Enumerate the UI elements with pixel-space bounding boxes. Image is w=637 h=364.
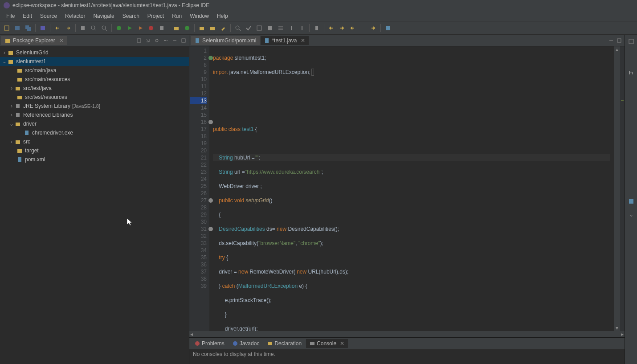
open-task-icon[interactable]	[208, 23, 217, 33]
save-all-icon[interactable]	[23, 23, 33, 33]
separator-icon	[194, 24, 195, 32]
minimize-icon[interactable]	[170, 36, 179, 45]
chevron-down-icon[interactable]: ⌄	[626, 210, 636, 220]
svg-rect-52	[196, 38, 199, 43]
tree-node-seleniumgrid[interactable]: ›SeleniumGrid	[0, 48, 189, 57]
minimize-icon[interactable]	[608, 37, 615, 44]
tree-node-pom-xml[interactable]: pom.xml	[0, 155, 189, 164]
prev-annotation-icon[interactable]	[286, 23, 296, 33]
search-icon[interactable]	[233, 23, 243, 33]
task-list-icon[interactable]	[626, 197, 636, 207]
link-editor-icon[interactable]	[143, 36, 152, 45]
menu-run[interactable]: Run	[168, 12, 185, 20]
svg-rect-28	[315, 26, 318, 30]
run-last-icon[interactable]	[146, 23, 156, 33]
menu-window[interactable]: Window	[186, 12, 212, 20]
svg-rect-26	[291, 26, 292, 30]
maximize-icon[interactable]	[179, 36, 188, 45]
tree-node-src-main-java[interactable]: src/main/java	[0, 66, 189, 75]
menu-refactor[interactable]: Refactor	[61, 12, 89, 20]
tree-node-target[interactable]: target	[0, 146, 189, 155]
scroll-left-icon[interactable]: ◂	[190, 331, 193, 337]
focus-icon[interactable]	[152, 36, 161, 45]
tab-declaration[interactable]: Declaration	[264, 339, 305, 348]
tree-node-src[interactable]: ›src	[0, 137, 189, 146]
horizontal-scrollbar[interactable]: ◂ ▸	[189, 331, 625, 337]
code-editor[interactable]: package sleniumtest1; import java.net.Ma…	[209, 46, 614, 331]
tree-node-ref-libraries[interactable]: ›Referenced Libraries	[0, 110, 189, 119]
package-explorer-tab[interactable]: Package Explorer ✕	[1, 36, 67, 45]
menu-help[interactable]: Help	[213, 12, 232, 20]
menu-file[interactable]: File	[3, 12, 18, 20]
list-icon[interactable]	[276, 23, 286, 33]
tree-node-src-test-resources[interactable]: src/test/resources	[0, 93, 189, 102]
redo-icon[interactable]	[63, 23, 73, 33]
tree-node-chromedriver[interactable]: chromedriver.exe	[0, 128, 189, 137]
save-icon[interactable]	[12, 23, 22, 33]
outline-icon[interactable]	[254, 23, 264, 33]
pin-icon[interactable]	[312, 23, 322, 33]
forward-icon[interactable]	[368, 23, 378, 33]
editor-tab-test1[interactable]: *test1.java ✕	[261, 36, 309, 45]
menu-edit[interactable]: Edit	[19, 12, 36, 20]
new-icon[interactable]	[2, 23, 12, 33]
outline-view-icon[interactable]	[626, 37, 636, 46]
svg-rect-59	[310, 342, 314, 345]
svg-line-20	[239, 29, 241, 31]
menu-search[interactable]: Search	[119, 12, 143, 20]
forward-history-icon[interactable]	[337, 23, 347, 33]
tab-problems[interactable]: Problems	[191, 339, 228, 348]
maximize-icon[interactable]	[616, 37, 623, 44]
paste-icon[interactable]	[265, 23, 275, 33]
marker-icon[interactable]	[218, 23, 228, 33]
back-history-icon[interactable]	[327, 23, 336, 33]
scroll-right-icon[interactable]: ▸	[621, 331, 624, 337]
console-icon	[310, 341, 315, 346]
scroll-down-icon[interactable]: ▾	[614, 325, 620, 331]
close-icon[interactable]: ✕	[340, 340, 344, 347]
separator-icon	[230, 24, 231, 32]
find-icon[interactable]: Fi	[626, 68, 636, 78]
svg-rect-50	[18, 157, 21, 162]
build-icon[interactable]	[78, 23, 88, 33]
undo-icon[interactable]	[53, 23, 62, 33]
toggle-breakpoint-icon[interactable]	[38, 23, 48, 33]
back-icon[interactable]	[348, 23, 358, 33]
vertical-scrollbar[interactable]: ▴ ▾	[614, 46, 620, 331]
external-tools-icon[interactable]	[157, 23, 167, 33]
tab-javadoc[interactable]: Javadoc	[229, 339, 263, 348]
zoom-in-icon[interactable]	[99, 23, 109, 33]
scroll-up-icon[interactable]: ▴	[614, 46, 620, 53]
overview-ruler[interactable]	[620, 46, 625, 331]
console-message: No consoles to display at this time.	[189, 349, 625, 359]
run-icon[interactable]	[125, 23, 135, 33]
zoom-out-icon[interactable]	[89, 23, 98, 33]
svg-rect-45	[16, 113, 20, 117]
view-menu-icon[interactable]	[161, 36, 170, 45]
tree-node-src-test-java[interactable]: ›src/test/java	[0, 84, 189, 93]
editor-tab-pom[interactable]: SeleniumGrid/pom.xml	[191, 36, 260, 45]
svg-rect-5	[81, 26, 85, 30]
new-class-icon[interactable]	[182, 23, 192, 33]
menu-navigate[interactable]: Navigate	[90, 12, 118, 20]
collapse-all-icon[interactable]	[135, 36, 143, 45]
coverage-icon[interactable]	[135, 23, 145, 33]
editor-area: SeleniumGrid/pom.xml *test1.java ✕ 1 2 8…	[189, 35, 625, 364]
next-annotation-icon[interactable]	[297, 23, 307, 33]
tree-node-driver[interactable]: ⌄driver	[0, 119, 189, 128]
separator-icon	[50, 24, 50, 32]
menu-source[interactable]: Source	[37, 12, 61, 20]
tree-node-src-main-resources[interactable]: src/main/resources	[0, 75, 189, 84]
new-package-icon[interactable]	[172, 23, 181, 33]
tab-console[interactable]: Console ✕	[306, 339, 348, 348]
tree-node-jre-library[interactable]: ›JRE System Library[JavaSE-1.8]	[0, 102, 189, 110]
perspective-icon[interactable]	[383, 23, 393, 33]
close-icon[interactable]: ✕	[301, 37, 305, 44]
open-type-icon[interactable]	[197, 23, 207, 33]
toggle-mark-icon[interactable]	[244, 23, 253, 33]
editor-body[interactable]: 1 2 8 9 10 11 12 13 14 15 16 17 18 19 20…	[189, 46, 625, 331]
close-icon[interactable]: ✕	[59, 37, 64, 44]
debug-icon[interactable]	[114, 23, 124, 33]
tree-node-sleniumtest1[interactable]: ⌄sleniumtest1	[0, 57, 189, 66]
menu-project[interactable]: Project	[144, 12, 167, 20]
